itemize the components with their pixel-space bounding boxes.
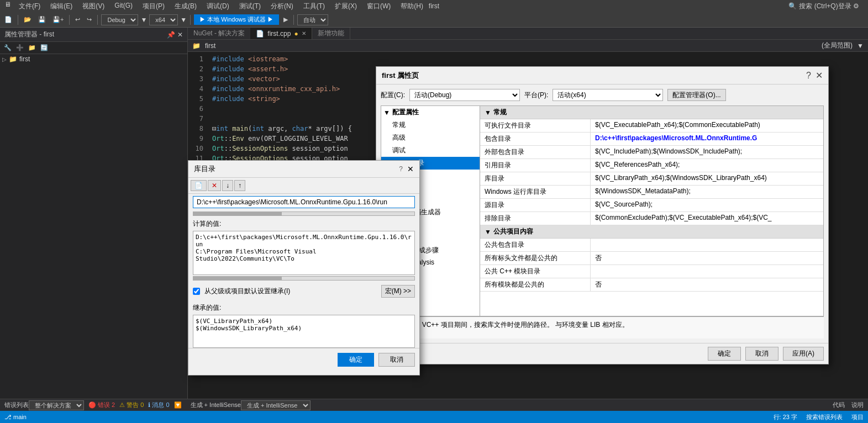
props-row-pub-all-headers[interactable]: 所有标头文件都是公共的 否	[480, 252, 823, 265]
tree-group-label: 配置属性	[392, 108, 419, 117]
config-manager-btn[interactable]: 配置管理器(O)...	[667, 89, 725, 101]
save-all-btn[interactable]: 💾+	[50, 15, 66, 24]
tree-group-expand: ▼	[383, 109, 390, 117]
props-apply-btn[interactable]: 应用(A)	[783, 347, 824, 361]
lib-path-input[interactable]	[193, 196, 415, 208]
props-row-winrt[interactable]: Windows 运行库目录 $(WindowsSDK_MetadataPath)…	[480, 186, 823, 199]
props-row-src[interactable]: 源目录 $(VC_SourcePath);	[480, 199, 823, 212]
menu-view[interactable]: 视图(V)	[78, 1, 109, 12]
lib-scroll-track2[interactable]	[193, 276, 415, 281]
lib-new-btn[interactable]: 📄	[191, 180, 207, 191]
lib-dialog: 库目录 ? ✕ 📄 ✕ ↓ ↑ 计算的值: D:\c++\first\packa…	[188, 160, 420, 376]
build-dropdown[interactable]: 生成 + IntelliSense	[241, 400, 311, 410]
code-tab[interactable]: 代码	[833, 401, 845, 409]
left-panel: 属性管理器 - first 📌 ✕ 🔧 ➕ 📁 🔄 ▷ 📁 first	[0, 28, 188, 399]
props-val-pub-module	[591, 265, 823, 278]
pin-icon[interactable]: 📌	[167, 31, 175, 39]
config-select[interactable]: 活动(Debug)	[409, 89, 520, 101]
lib-scroll-track[interactable]	[193, 212, 415, 216]
open-btn[interactable]: 📂	[22, 15, 34, 24]
panel-refresh-btn[interactable]: 🔄	[39, 43, 50, 52]
tree-root[interactable]: ▷ 📁 first	[0, 54, 187, 64]
props-tree-advanced[interactable]: 高级	[381, 131, 480, 144]
props-row-pub-include[interactable]: 公共包含目录	[480, 239, 823, 252]
menu-project[interactable]: 项目(P)	[138, 1, 169, 12]
props-main: ▼ 配置属性 常规 高级 调试 VC++ 目录 C/C++ 链接器 清单工具 X…	[381, 105, 824, 316]
config-dropdown[interactable]: Debug	[101, 14, 138, 25]
status-bar: ⎇ main 行: 23 字 搜索错误列表 项目	[0, 411, 868, 423]
new-file-btn[interactable]: 📄	[2, 15, 14, 24]
props-row-ref[interactable]: 引用目录 $(VC_ReferencesPath_x64);	[480, 159, 823, 172]
props-cancel-btn[interactable]: 取消	[745, 347, 778, 361]
props-tree-general[interactable]: 常规	[381, 119, 480, 131]
lib-down-btn[interactable]: ↓	[222, 180, 233, 191]
props-row-pub-module[interactable]: 公共 C++ 模块目录	[480, 265, 823, 278]
props-val-pub-include	[591, 239, 823, 251]
props-tree-debug[interactable]: 调试	[381, 144, 480, 157]
undo-btn[interactable]: ↩	[73, 15, 82, 24]
lib-delete-btn[interactable]: ✕	[208, 180, 221, 191]
warning-icon: ⚠	[119, 401, 125, 409]
continue-btn[interactable]: ▶	[281, 15, 290, 24]
menu-analyze[interactable]: 分析(N)	[266, 1, 298, 12]
props-row-lib[interactable]: 库目录 $(VC_LibraryPath_x64);$(WindowsSDK_L…	[480, 172, 823, 186]
run-btn[interactable]: ▶ 本地 Windows 调试器 ▶	[194, 14, 279, 25]
menu-edit[interactable]: 编辑(E)	[46, 1, 77, 12]
lib-close-btn[interactable]: ✕	[407, 165, 414, 173]
props-row-ext-include[interactable]: 外部包含目录 $(VC_IncludePath);$(WindowsSDK_In…	[480, 146, 823, 159]
status-branch: ⎇ main	[4, 414, 27, 421]
properties-close-btn[interactable]: ✕	[816, 70, 823, 81]
props-ok-btn[interactable]: 确定	[708, 347, 741, 361]
props-val-lib: $(VC_LibraryPath_x64);$(WindowsSDK_Libra…	[591, 172, 823, 185]
platform-dropdown[interactable]: x64	[149, 14, 178, 25]
breadcrumb-icon: 📁	[192, 42, 201, 50]
close-panel-icon[interactable]: ✕	[177, 31, 183, 39]
properties-help-btn[interactable]: ?	[806, 71, 811, 81]
props-val-ext-include: $(VC_IncludePath);$(WindowsSDK_IncludePa…	[591, 146, 823, 158]
menu-help[interactable]: 帮助(H)	[396, 1, 428, 12]
build-label: 生成 + IntelliSense	[191, 401, 241, 409]
tab-nuget[interactable]: NuGet - 解决方案	[188, 28, 250, 39]
lib-macro-btn[interactable]: 宏(M) >>	[381, 285, 415, 298]
lib-up-btn[interactable]: ↑	[234, 180, 245, 191]
save-btn[interactable]: 💾	[36, 15, 48, 24]
menu-test[interactable]: 测试(T)	[235, 1, 265, 12]
desc-tab[interactable]: 说明	[851, 401, 864, 409]
panel-prop-btn[interactable]: 🔧	[2, 43, 13, 52]
scope-arrow: ▼	[857, 42, 864, 50]
lib-inherited-textarea[interactable]: $(VC_LibraryPath_x64) $(WindowsSDK_Libra…	[193, 315, 415, 348]
panel-add-btn[interactable]: ➕	[14, 43, 25, 52]
lib-help-btn[interactable]: ?	[399, 165, 403, 173]
tab-file[interactable]: 📄 first.cpp ● ✕	[250, 28, 312, 39]
mode-dropdown[interactable]: 自动	[297, 14, 328, 25]
props-row-include[interactable]: 包含目录 D:\c++\first\packages\Microsoft.ML.…	[480, 133, 823, 146]
scope-dropdown[interactable]: (全局范围)	[822, 41, 853, 50]
menu-file[interactable]: 文件(F)	[14, 1, 45, 12]
menu-tools[interactable]: 工具(T)	[299, 1, 329, 12]
lib-ok-btn[interactable]: 确定	[338, 353, 374, 367]
menu-build[interactable]: 生成(B)	[170, 1, 201, 12]
props-key-ref: 引用目录	[480, 159, 591, 172]
lib-inherit-checkbox[interactable]	[193, 288, 200, 295]
tab-new-feature[interactable]: 新增功能	[312, 28, 350, 39]
menu-extensions[interactable]: 扩展(X)	[330, 1, 361, 12]
user-area[interactable]: 登录 ⚙	[838, 2, 864, 11]
lib-computed-textarea[interactable]: D:\c++\first\packages\Microsoft.ML.OnnxR…	[193, 231, 415, 275]
panel-folder-btn[interactable]: 📁	[27, 43, 38, 52]
solution-dropdown[interactable]: 整个解决方案	[29, 400, 84, 410]
tab-bar: NuGet - 解决方案 📄 first.cpp ● ✕ 新增功能	[188, 28, 868, 40]
redo-btn[interactable]: ↪	[85, 15, 94, 24]
error-bar: 错误列表 整个解决方案 🔴 错误 2 ⚠ 警告 0 ℹ 消息 0 🔽 生成 + …	[0, 399, 868, 411]
platform-select[interactable]: 活动(x64)	[553, 89, 663, 101]
tab-file-close[interactable]: ✕	[302, 30, 306, 36]
props-row-exclude[interactable]: 排除目录 $(CommonExcludePath);$(VC_Executabl…	[480, 212, 823, 225]
props-row-pub-all-modules[interactable]: 所有模块都是公共的 否	[480, 278, 823, 292]
menu-git[interactable]: Git(G)	[110, 1, 137, 12]
props-key-lib: 库目录	[480, 172, 591, 185]
props-row-exe[interactable]: 可执行文件目录 $(VC_ExecutablePath_x64);$(Commo…	[480, 119, 823, 133]
lib-cancel-btn[interactable]: 取消	[378, 353, 415, 367]
props-tree-group-config[interactable]: ▼ 配置属性	[381, 106, 480, 119]
menu-debug[interactable]: 调试(D)	[202, 1, 234, 12]
section-expand-public: ▼	[485, 228, 491, 236]
menu-window[interactable]: 窗口(W)	[362, 1, 395, 12]
